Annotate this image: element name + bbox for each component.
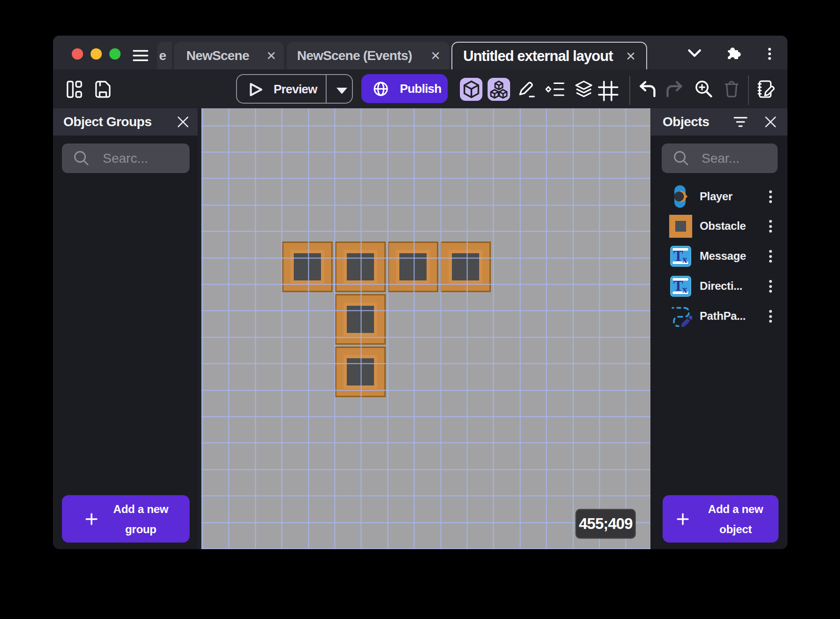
svg-text:x: x (682, 284, 687, 295)
svg-text:x: x (682, 254, 687, 265)
svg-text:T: T (673, 248, 683, 264)
svg-text:T: T (673, 278, 683, 294)
